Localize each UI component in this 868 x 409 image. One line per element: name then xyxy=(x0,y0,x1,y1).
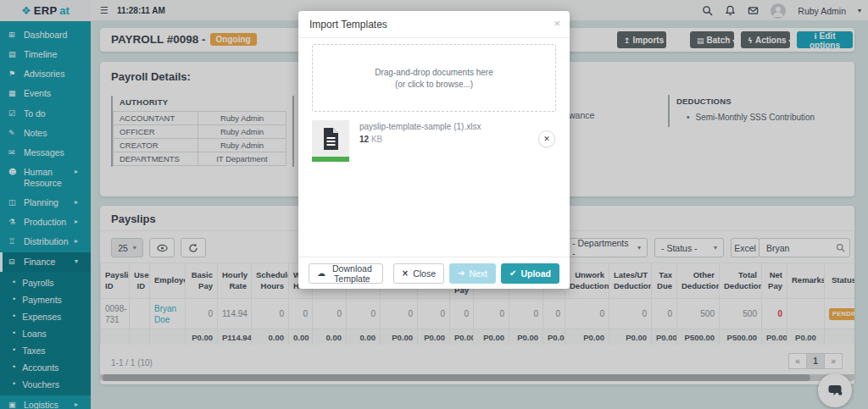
dropzone-line1: Drag-and-drop documents here xyxy=(375,68,493,77)
dropzone[interactable]: Drag-and-drop documents here (or click t… xyxy=(312,44,556,112)
dropzone-line2: (or click to browse...) xyxy=(395,80,473,89)
arrow-right-circle-icon: ➔ xyxy=(458,268,465,278)
close-button[interactable]: ×Close xyxy=(393,263,444,284)
remove-file-button[interactable]: ✕ xyxy=(538,130,555,147)
modal-footer: ☁Download Template ×Close ➔Next ✔Upload xyxy=(298,257,570,289)
check-circle-icon: ✔ xyxy=(509,268,516,278)
file-document-icon xyxy=(312,120,349,157)
import-templates-modal: Import Templates × Drag-and-drop documen… xyxy=(298,11,570,289)
upload-progress-bar xyxy=(312,157,349,162)
file-name: payslip-template-sample (1).xlsx xyxy=(359,122,481,131)
modal-header: Import Templates × xyxy=(298,11,570,38)
next-button[interactable]: ➔Next xyxy=(449,263,496,284)
uploaded-file-item: payslip-template-sample (1).xlsx 12 KB ✕ xyxy=(298,118,570,172)
download-template-button[interactable]: ☁Download Template xyxy=(309,263,383,284)
modal-title: Import Templates xyxy=(309,19,387,30)
app-screen: ❖ ERPat ☰ 11:28:11 AM Ruby Admin ▾ ⊞Dash… xyxy=(0,0,868,409)
close-icon: × xyxy=(402,268,409,278)
cloud-download-icon: ☁ xyxy=(317,268,326,278)
modal-close-x-icon[interactable]: × xyxy=(554,17,560,30)
file-size: 12 KB xyxy=(359,135,382,144)
upload-button[interactable]: ✔Upload xyxy=(501,263,559,284)
close-icon: ✕ xyxy=(543,135,550,143)
